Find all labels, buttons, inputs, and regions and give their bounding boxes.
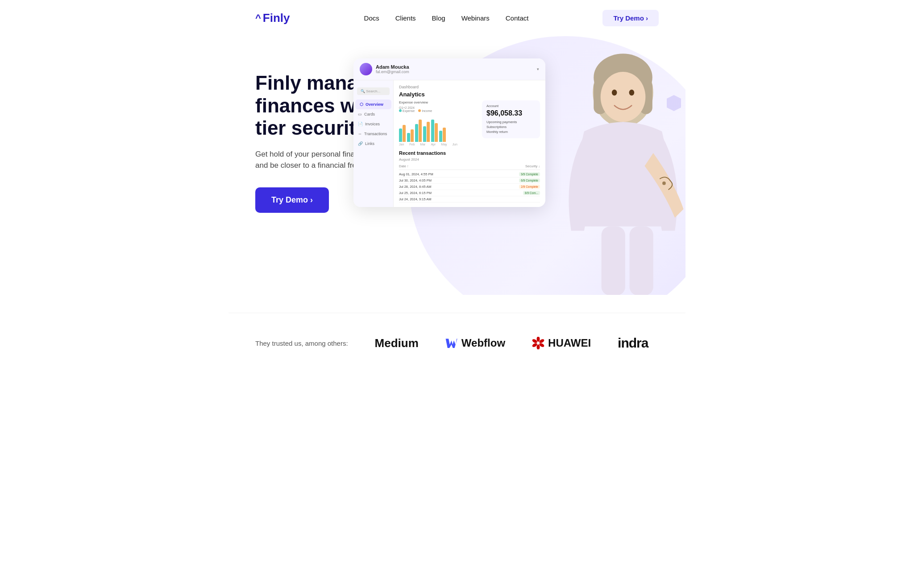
db-monthly-return: Monthly return — [486, 130, 536, 134]
db-user-info: Adam Moucka fal.em@gmail.com — [360, 63, 409, 75]
logo-caret: ^ — [255, 12, 261, 24]
db-bar-chart — [399, 115, 477, 142]
svg-rect-10 — [602, 226, 625, 295]
dashboard-mockup: Adam Moucka fal.em@gmail.com ▾ 🔍 Search.… — [353, 58, 545, 207]
hero-try-demo-button[interactable]: Try Demo › — [255, 187, 329, 213]
db-sidebar-transactions[interactable]: ↔ Transactions — [353, 129, 393, 139]
db-sidebar-invoices[interactable]: 📄 Invoices — [353, 119, 393, 129]
nav-webinars[interactable]: Webinars — [461, 14, 490, 22]
nav-contact[interactable]: Contact — [506, 14, 529, 22]
huawei-text: HUAWEI — [548, 337, 591, 349]
db-layout: 🔍 Search... ⬡ Overview ▭ Cards 📄 Invoice… — [353, 80, 545, 207]
trusted-inner: They trusted us, among others: Medium We… — [255, 335, 659, 351]
logo-name: Finly — [263, 11, 290, 25]
db-col-sec-header: Security ↓ — [513, 164, 540, 168]
nav-try-demo-button[interactable]: Try Demo › — [602, 10, 659, 26]
table-row: Jul 30, 2024, 4:05 PM 6/9 Complete — [399, 178, 540, 184]
db-transactions-title: Recent transactions — [399, 150, 540, 156]
webflow-text: Webflow — [461, 337, 505, 349]
db-account-label: Account — [486, 104, 536, 108]
db-chart-area: Expense overview Q1+2 2024 Expense Incom… — [399, 100, 477, 146]
db-month-labels: JanFebMarAprMayJun — [399, 143, 477, 146]
db-sidebar: 🔍 Search... ⬡ Overview ▭ Cards 📄 Invoice… — [353, 80, 394, 207]
medium-text: Medium — [375, 336, 419, 350]
hero-section: Finly manages your finances with top tie… — [228, 36, 686, 295]
db-sidebar-links[interactable]: 🔗 Links — [353, 139, 393, 149]
table-row: Aug 01, 2024, 4:55 PM 9/9 Complete — [399, 171, 540, 178]
db-analytics-title: Analytics — [399, 91, 540, 98]
nav-docs[interactable]: Docs — [364, 14, 379, 22]
nav-blog[interactable]: Blog — [432, 14, 445, 22]
db-header-chevron: ▾ — [537, 67, 539, 71]
logo[interactable]: ^ Finly — [255, 11, 290, 25]
db-email: fal.em@gmail.com — [376, 70, 409, 74]
svg-point-9 — [662, 182, 666, 185]
indra-text: indra — [618, 335, 648, 351]
table-row: Jul 28, 2024, 8:45 AM 2/9 Complete — [399, 184, 540, 190]
links-icon: 🔗 — [358, 141, 363, 146]
huawei-logo: HUAWEI — [532, 337, 591, 349]
cards-icon: ▭ — [358, 112, 362, 116]
trusted-label: They trusted us, among others: — [255, 340, 348, 347]
svg-point-12 — [537, 337, 540, 342]
db-main-content: Dashboard Analytics Expense overview Q1+… — [394, 80, 545, 207]
table-row: Jul 24, 2024, 9:15 AM — [399, 196, 540, 203]
db-header: Adam Moucka fal.em@gmail.com ▾ — [353, 58, 545, 80]
indra-logo: indra — [618, 335, 648, 351]
db-chart-legend: Expense Income — [399, 109, 477, 112]
svg-point-6 — [601, 72, 646, 122]
db-table-header: Date ↑ Security ↓ — [399, 164, 540, 170]
navbar: ^ Finly Docs Clients Blog Webinars Conta… — [228, 0, 686, 36]
nav-links: Docs Clients Blog Webinars Contact — [364, 14, 529, 22]
webflow-icon — [445, 338, 458, 348]
db-tab-title: Dashboard — [399, 85, 540, 89]
trusted-section: They trusted us, among others: Medium We… — [228, 313, 686, 369]
db-expense-overview-label: Expense overview — [399, 100, 477, 104]
db-account-box: Account $96,058.33 Upcoming payments Sub… — [482, 100, 540, 138]
db-sidebar-cards[interactable]: ▭ Cards — [353, 109, 393, 119]
db-sidebar-overview[interactable]: ⬡ Overview — [355, 99, 391, 109]
db-transactions-sub: August 2024 — [399, 157, 540, 161]
svg-point-15 — [537, 344, 540, 349]
hero-person-image — [547, 45, 686, 295]
svg-rect-11 — [630, 226, 653, 295]
invoices-icon: 📄 — [358, 122, 363, 126]
db-upcoming-payments: Upcoming payments — [486, 120, 536, 124]
transactions-icon: ↔ — [358, 132, 362, 136]
huawei-icon — [532, 337, 544, 349]
db-account-balance: $96,058.33 — [486, 109, 536, 117]
db-search: 🔍 Search... — [357, 87, 390, 95]
svg-point-8 — [629, 90, 635, 96]
db-username: Adam Moucka — [376, 64, 409, 70]
nav-clients[interactable]: Clients — [395, 14, 416, 22]
trusted-logos: Medium Webflow — [375, 335, 659, 351]
webflow-logo: Webflow — [445, 337, 505, 349]
db-avatar — [360, 63, 372, 75]
table-row: Jul 25, 2024, 6:15 PM 8/9 Com... — [399, 190, 540, 196]
db-analytics-row: Expense overview Q1+2 2024 Expense Incom… — [399, 100, 540, 146]
overview-icon: ⬡ — [360, 102, 363, 107]
svg-point-7 — [612, 90, 617, 96]
medium-logo: Medium — [375, 336, 419, 350]
db-chart-period: Q1+2 2024 — [399, 106, 477, 109]
db-subscriptions: Subscriptions — [486, 125, 536, 129]
db-col-date-header: Date ↑ — [399, 164, 444, 168]
